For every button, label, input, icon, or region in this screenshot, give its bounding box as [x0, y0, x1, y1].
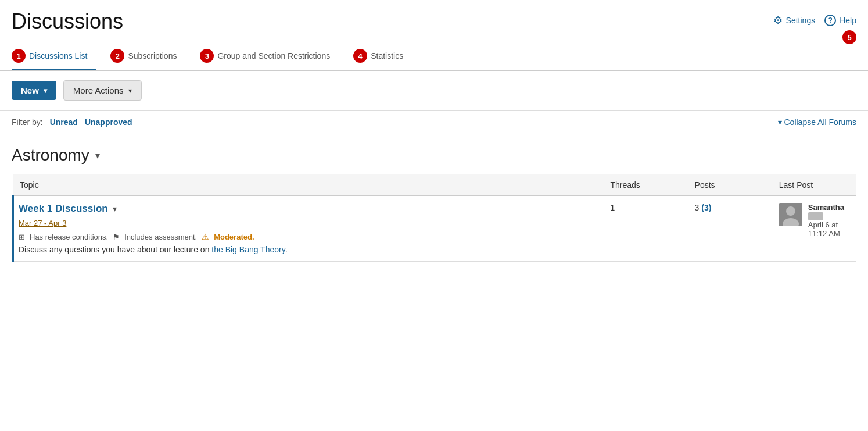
includes-assessment-text: Includes assessment.: [124, 233, 197, 241]
col-topic-header: Topic: [13, 174, 603, 196]
collapse-all-forums-link[interactable]: ▾ Collapse All Forums: [778, 117, 857, 127]
lastpost-name: Samantha: [808, 203, 849, 220]
discussions-table: Topic Threads Posts Last Post Week 1 Dis…: [12, 174, 856, 262]
table-row: Week 1 Discussion ▾ Mar 27 - Apr 3 ⊞ Has…: [13, 196, 856, 262]
includes-assessment-icon: ⚑: [113, 233, 120, 241]
table-header: Topic Threads Posts Last Post: [13, 174, 856, 196]
tab-label-discussions-list: Discussions List: [29, 51, 87, 60]
collapse-label: Collapse All Forums: [784, 117, 857, 127]
collapse-arrow-icon: ▾: [778, 117, 782, 127]
filter-unread[interactable]: Unread: [50, 117, 78, 127]
new-chevron-icon: ▾: [44, 87, 47, 95]
lastpost-inner: Samantha April 6 at 11:12 AM: [779, 203, 849, 238]
new-button-label: New: [21, 86, 39, 95]
posts-unread: (3): [701, 203, 711, 212]
tab-badge-1: 1: [12, 49, 26, 63]
header-actions: ⚙ Settings ? Help: [773, 9, 856, 27]
tab-group-section[interactable]: 3 Group and Section Restrictions: [200, 44, 339, 70]
forum-section: Astronomy ▾ Topic Threads Posts Last Pos…: [0, 134, 868, 262]
gear-icon: ⚙: [773, 14, 783, 27]
settings-link[interactable]: ⚙ Settings: [773, 14, 816, 27]
posts-count: 3: [695, 203, 700, 212]
release-conditions-icon: ⊞: [19, 233, 25, 241]
tab-badge-5: 5: [842, 30, 856, 44]
toolbar: New ▾ More Actions ▾: [0, 71, 868, 111]
discussion-description: Discuss any questions you have about our…: [19, 245, 596, 254]
discussion-topic-cell: Week 1 Discussion ▾ Mar 27 - Apr 3 ⊞ Has…: [13, 196, 603, 262]
col-lastpost-header: Last Post: [772, 174, 856, 196]
tab-badge-3: 3: [200, 49, 214, 63]
tab-badge-4: 4: [353, 49, 367, 63]
svg-point-1: [786, 206, 795, 216]
help-icon: ?: [824, 15, 836, 26]
tab-badge-2: 2: [110, 49, 124, 63]
discussion-title-row: Week 1 Discussion ▾: [19, 203, 596, 215]
filter-unapproved[interactable]: Unapproved: [85, 117, 132, 127]
lastpost-name-blurred: [808, 212, 824, 220]
discussion-lastpost-cell: Samantha April 6 at 11:12 AM: [772, 196, 856, 262]
forum-collapse-icon[interactable]: ▾: [95, 150, 100, 161]
discussion-expand-icon[interactable]: ▾: [113, 204, 117, 213]
tabs-container: 1 Discussions List 2 Subscriptions 3 Gro…: [12, 44, 856, 70]
discussion-threads-cell: 1: [603, 196, 687, 262]
help-label: Help: [840, 16, 856, 25]
threads-count: 1: [610, 203, 615, 212]
tab-discussions-list[interactable]: 1 Discussions List: [12, 44, 96, 70]
tab-subscriptions[interactable]: 2 Subscriptions: [110, 44, 186, 70]
help-link[interactable]: ? Help: [824, 15, 856, 26]
filter-left: Filter by: Unread Unapproved: [12, 117, 132, 127]
discussion-meta: ⊞ Has release conditions. ⚑ Includes ass…: [19, 232, 596, 241]
discussion-title-link[interactable]: Week 1 Discussion: [19, 203, 108, 215]
more-actions-label: More Actions: [73, 86, 124, 95]
header-row: Topic Threads Posts Last Post: [13, 174, 856, 196]
release-conditions-text: Has release conditions.: [30, 233, 108, 241]
new-button[interactable]: New ▾: [12, 81, 56, 100]
moderated-warning-icon: ⚠: [202, 232, 209, 241]
forum-title: Astronomy: [12, 146, 89, 165]
table-body: Week 1 Discussion ▾ Mar 27 - Apr 3 ⊞ Has…: [13, 196, 856, 262]
avatar: [779, 203, 802, 226]
forum-title-row: Astronomy ▾: [12, 146, 856, 165]
tab-statistics[interactable]: 4 Statistics: [353, 44, 413, 70]
lastpost-info: Samantha April 6 at 11:12 AM: [808, 203, 849, 238]
col-posts-header: Posts: [688, 174, 772, 196]
more-actions-button[interactable]: More Actions ▾: [63, 80, 142, 101]
discussion-date-range[interactable]: Mar 27 - Apr 3: [19, 219, 66, 227]
filter-bar: Filter by: Unread Unapproved ▾ Collapse …: [0, 111, 868, 134]
filter-label: Filter by:: [12, 117, 43, 127]
lastpost-time: April 6 at 11:12 AM: [808, 220, 849, 238]
discussion-desc-highlight: the Big Bang Theory: [211, 245, 285, 254]
tab-label-group-section: Group and Section Restrictions: [217, 51, 330, 60]
col-threads-header: Threads: [603, 174, 687, 196]
moderated-text: Moderated.: [214, 233, 254, 241]
page-header: Discussions ⚙ Settings ? Help 1 Discussi…: [0, 0, 868, 71]
page-title: Discussions: [12, 9, 123, 34]
tab-label-statistics: Statistics: [371, 51, 403, 60]
discussion-posts-cell: 3 (3): [688, 196, 772, 262]
more-actions-chevron-icon: ▾: [128, 87, 132, 95]
lastpost-name-text: Samantha: [808, 203, 844, 212]
settings-label: Settings: [786, 16, 816, 25]
tab-label-subscriptions: Subscriptions: [128, 51, 177, 60]
